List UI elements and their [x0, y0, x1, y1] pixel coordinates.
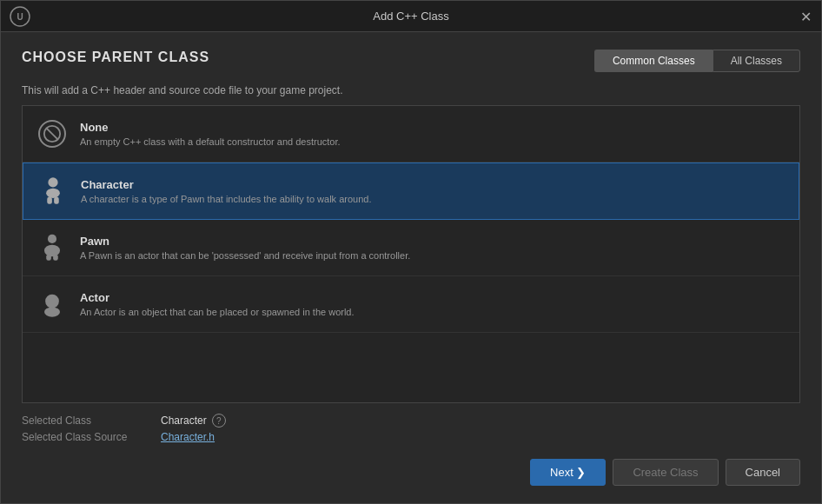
class-desc-none: An empty C++ class with a default constr…: [80, 136, 341, 147]
svg-point-9: [44, 245, 60, 257]
subtitle: This will add a C++ header and source co…: [22, 84, 800, 96]
class-desc-pawn: A Pawn is an actor that can be 'possesse…: [80, 250, 410, 261]
section-title: CHOOSE PARENT CLASS: [22, 50, 209, 65]
next-button[interactable]: Next ❯: [530, 459, 606, 486]
dialog: U Add C++ Class ✕ CHOOSE PARENT CLASS Co…: [0, 0, 822, 504]
class-desc-character: A character is a type of Pawn that inclu…: [81, 194, 371, 204]
class-list: None An empty C++ class with a default c…: [22, 105, 800, 403]
character-icon: [37, 176, 69, 207]
selected-class-source-row: Selected Class Source Character.h: [22, 431, 800, 443]
help-icon[interactable]: ?: [212, 414, 226, 428]
selected-class-label: Selected Class: [22, 414, 161, 427]
selected-class-source-label: Selected Class Source: [22, 431, 161, 443]
class-item-actor[interactable]: Actor An Actor is an object that can be …: [23, 276, 799, 333]
class-item-none[interactable]: None An empty C++ class with a default c…: [23, 106, 799, 162]
title-bar: U Add C++ Class ✕: [1, 1, 821, 32]
content-area: CHOOSE PARENT CLASS Common Classes All C…: [1, 32, 821, 503]
footer-info: Selected Class Character ? Selected Clas…: [22, 414, 800, 447]
tab-all-classes[interactable]: All Classes: [713, 50, 800, 72]
button-row: Next ❯ Create Class Cancel: [22, 459, 800, 486]
svg-rect-11: [53, 255, 58, 261]
svg-rect-6: [47, 197, 52, 204]
dialog-title: Add C++ Class: [373, 10, 448, 23]
close-button[interactable]: ✕: [790, 1, 821, 32]
svg-rect-7: [54, 197, 59, 204]
cancel-button[interactable]: Cancel: [726, 459, 800, 486]
class-name-character: Character: [81, 178, 371, 191]
selected-class-value: Character: [161, 414, 207, 427]
class-name-actor: Actor: [80, 291, 355, 304]
svg-rect-10: [46, 255, 51, 261]
pawn-icon: [36, 232, 68, 263]
svg-point-4: [48, 177, 57, 187]
selected-class-row: Selected Class Character ?: [22, 414, 800, 428]
create-class-button[interactable]: Create Class: [613, 459, 718, 486]
svg-text:U: U: [17, 12, 23, 22]
none-icon: [36, 118, 68, 149]
class-name-none: None: [80, 121, 341, 134]
svg-point-5: [46, 189, 60, 198]
actor-icon: [36, 288, 68, 320]
selected-class-source-value[interactable]: Character.h: [161, 431, 215, 443]
class-name-pawn: Pawn: [80, 235, 410, 248]
svg-point-8: [48, 235, 56, 243]
class-item-character[interactable]: Character A character is a type of Pawn …: [23, 162, 799, 220]
svg-point-13: [44, 307, 60, 316]
class-item-pawn[interactable]: Pawn A Pawn is an actor that can be 'pos…: [23, 220, 799, 276]
ue-logo-icon: U: [10, 6, 30, 27]
tab-common-classes[interactable]: Common Classes: [594, 50, 713, 72]
svg-line-3: [47, 129, 58, 140]
class-desc-actor: An Actor is an object that can be placed…: [80, 307, 355, 317]
svg-point-12: [45, 295, 59, 308]
